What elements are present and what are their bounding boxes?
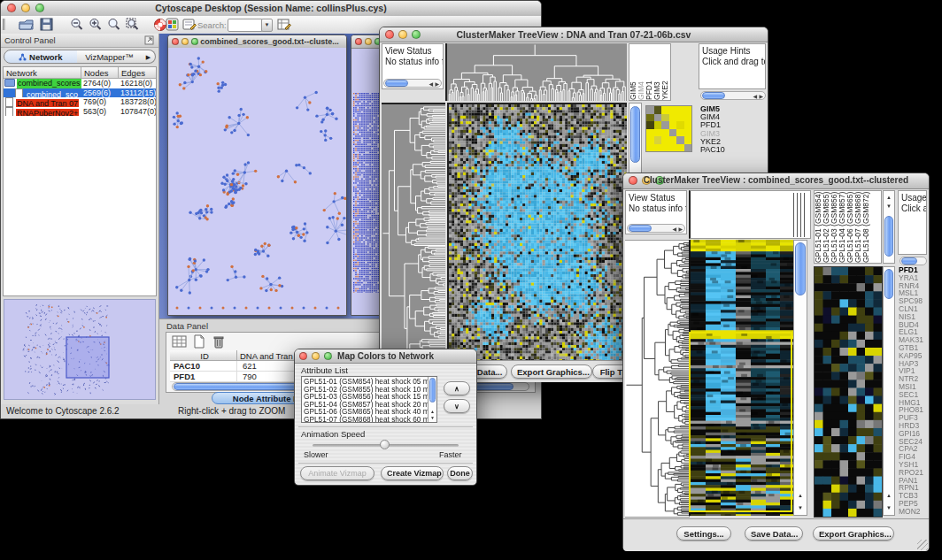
matrix-cell[interactable] xyxy=(654,144,662,152)
export-graphics-button[interactable]: Export Graphics... xyxy=(511,364,592,379)
matrix-cell[interactable] xyxy=(676,129,684,137)
column-label[interactable]: GPL51-03 (GSM856) xyxy=(830,191,838,263)
scroll-left-icon[interactable]: ◀ xyxy=(429,81,433,88)
attribute-item[interactable]: GPL51-04 (GSM857) heat shock 20 min xyxy=(304,401,436,409)
column-label[interactable]: GPL51-02 (GSM855) xyxy=(822,191,830,263)
animate-vizmap-button[interactable]: Animate Vizmap xyxy=(300,466,374,480)
table-icon[interactable] xyxy=(172,335,187,349)
tv2-vscrollbar[interactable]: ▲ ▼ xyxy=(793,240,807,516)
dialog-titlebar[interactable]: Map Colors to Network xyxy=(295,349,476,364)
column-label[interactable]: GPL51-01 (GSM854) xyxy=(815,191,822,263)
matrix-cell[interactable] xyxy=(684,129,692,137)
scrollbar-thumb[interactable] xyxy=(702,92,725,99)
tv1-column-labels[interactable]: GIM5GIM4PFD1GIM3YKE2PAC10 xyxy=(629,43,671,101)
col-network[interactable]: Network xyxy=(4,67,81,79)
matrix-cell[interactable] xyxy=(661,136,669,144)
tv2-titlebar[interactable]: ClusterMaker TreeView : combined_scores_… xyxy=(623,173,929,189)
attribute-item[interactable]: GPL51-07 (GSM868) heat shock 60 min xyxy=(304,416,436,423)
matrix-cell[interactable] xyxy=(669,136,677,144)
search-dropdown-arrow-icon[interactable]: ▼ xyxy=(261,19,273,32)
minimize-icon[interactable] xyxy=(181,38,189,45)
scrollbar-thumb[interactable] xyxy=(884,269,893,299)
main-titlebar[interactable]: Cytoscape Desktop (Session Name: collins… xyxy=(1,1,541,17)
column-label[interactable]: YKE2 xyxy=(661,44,669,100)
tv2-zoom-heatmap[interactable] xyxy=(814,266,883,518)
column-label[interactable]: PFD1 xyxy=(645,44,653,100)
matrix-cell[interactable] xyxy=(646,106,654,114)
settings-button[interactable]: Settings... xyxy=(676,526,731,541)
network-table-row[interactable]: combined_scores2764(0)16218(0) xyxy=(4,79,156,88)
matrix-cell[interactable] xyxy=(669,144,677,152)
matrix-cell[interactable] xyxy=(661,144,669,152)
close-icon[interactable] xyxy=(172,38,179,45)
move-down-button[interactable]: ∨ xyxy=(444,399,470,413)
scrollbar-thumb[interactable] xyxy=(795,242,806,295)
matrix-cell[interactable] xyxy=(661,114,669,122)
tv2-row-dendrogram[interactable] xyxy=(625,240,690,518)
scroll-down-icon[interactable]: ▼ xyxy=(429,415,436,421)
zoom-selected-icon[interactable] xyxy=(126,18,139,31)
gene-label[interactable]: PAC10 xyxy=(700,146,762,154)
network-table-row[interactable]: DNA and Tran 07769(0)183728(0) xyxy=(4,97,156,107)
create-vizmap-button[interactable]: Create Vizmap xyxy=(381,466,444,480)
attribute-item[interactable]: GPL51-03 (GSM856) heat shock 15 min xyxy=(304,393,436,401)
zoom-in-icon[interactable] xyxy=(89,18,102,31)
matrix-cell[interactable] xyxy=(669,129,677,137)
tv1-gene-list[interactable]: GIM5GIM4PFD1GIM3YKE2PAC10 xyxy=(700,105,762,155)
col-nodes[interactable]: Nodes xyxy=(81,67,119,79)
matrix-cell[interactable] xyxy=(661,129,669,137)
tab-overflow-arrow[interactable]: ▶ xyxy=(142,50,156,64)
search-input[interactable] xyxy=(228,19,263,32)
scroll-up-icon[interactable]: ▲ xyxy=(794,493,807,499)
tv2-status-scrollbar[interactable]: ◀ ▶ xyxy=(627,224,685,233)
move-up-button[interactable]: ∧ xyxy=(444,381,470,395)
tv1-zoom-matrix[interactable] xyxy=(645,105,692,152)
matrix-cell[interactable] xyxy=(684,136,692,144)
matrix-cell[interactable] xyxy=(669,121,677,129)
scroll-left-icon[interactable]: ◀ xyxy=(753,93,757,100)
column-label[interactable]: GPL51-04 (GSM857) xyxy=(838,191,846,263)
matrix-cell[interactable] xyxy=(646,129,654,137)
open-folder-icon[interactable] xyxy=(19,18,34,31)
dense-network-canvas[interactable] xyxy=(352,92,382,293)
speed-slider-thumb[interactable] xyxy=(380,440,390,449)
tv2-column-labels[interactable]: GPL51-01 (GSM854)GPL51-02 (GSM855)GPL51-… xyxy=(814,190,882,264)
network-view-titlebar[interactable]: combined_scores_good.txt--cluste... xyxy=(168,35,346,49)
export-graphics-button[interactable]: Export Graphics... xyxy=(813,526,894,541)
matrix-cell[interactable] xyxy=(654,106,662,114)
tv1-status-scrollbar[interactable]: ◀ ▶ xyxy=(383,79,442,88)
attribute-item[interactable]: GPL51-01 (GSM854) heat shock 05 min xyxy=(304,378,436,386)
tv1-column-dendrogram[interactable] xyxy=(445,43,627,101)
scrollbar-thumb[interactable] xyxy=(884,216,893,257)
tab-network[interactable]: Network xyxy=(4,50,78,64)
table-edit-icon[interactable] xyxy=(277,18,291,31)
matrix-cell[interactable] xyxy=(646,144,654,152)
scrollbar-thumb[interactable] xyxy=(429,378,436,403)
scroll-down-icon[interactable]: ▼ xyxy=(884,505,894,511)
matrix-cell[interactable] xyxy=(654,114,662,122)
tv2-zoom-scrollbar[interactable]: ▲ ▼ xyxy=(883,266,895,516)
tab-vizmapper[interactable]: VizMapper™ xyxy=(77,50,143,64)
scrollbar-thumb[interactable] xyxy=(901,257,917,265)
tv2-column-tree-area[interactable] xyxy=(689,190,811,239)
tv1-heatmap[interactable] xyxy=(447,103,627,362)
matrix-cell[interactable] xyxy=(676,114,684,122)
matrix-cell[interactable] xyxy=(654,121,662,129)
network-canvas[interactable] xyxy=(168,48,346,315)
matrix-cell[interactable] xyxy=(676,121,684,129)
save-data-button[interactable]: Save Data... xyxy=(745,526,803,541)
delete-trash-icon[interactable] xyxy=(212,334,225,349)
scroll-left-icon[interactable]: ◀ xyxy=(672,226,676,233)
done-button[interactable]: Done xyxy=(447,466,473,480)
scroll-up-icon[interactable]: ▲ xyxy=(884,493,894,499)
column-label[interactable]: GPL51-08 (GSM872) xyxy=(862,191,870,263)
birdseye-view[interactable] xyxy=(4,299,156,400)
close-icon[interactable] xyxy=(355,38,362,45)
scroll-down-icon[interactable]: ▼ xyxy=(794,505,807,511)
matrix-cell[interactable] xyxy=(684,121,692,129)
matrix-cell[interactable] xyxy=(676,144,684,152)
tv2-gene-list[interactable]: PFD1YRA1RNR4MSL1SPC98CLN1NIS1BUD4ELG1MAK… xyxy=(899,266,928,516)
tv2-hints-scrollbar[interactable] xyxy=(900,257,927,265)
scroll-up-icon[interactable]: ▲ xyxy=(429,409,436,415)
tv1-hints-scrollbar[interactable]: ◀ ▶ xyxy=(700,91,766,100)
